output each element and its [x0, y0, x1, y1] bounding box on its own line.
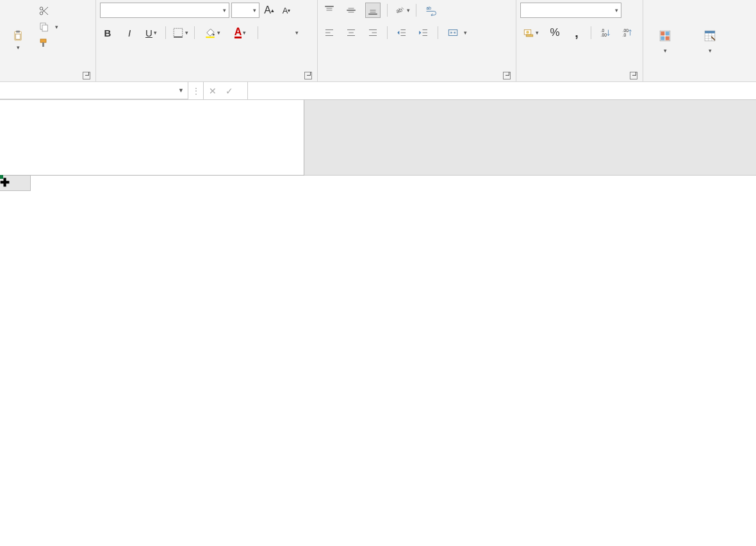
partial-sheet-edge	[0, 100, 304, 176]
document-gray-area	[0, 100, 756, 176]
orientation-icon: ab	[394, 4, 406, 16]
font-size-select[interactable]: ▾	[231, 3, 259, 18]
dialog-launcher-icon[interactable]	[304, 72, 312, 79]
table-format-icon	[701, 27, 719, 45]
align-right-button[interactable]	[365, 25, 381, 40]
format-painter-button[interactable]	[36, 36, 61, 50]
align-top-button[interactable]	[322, 3, 337, 18]
group-label-clipboard	[4, 78, 92, 81]
ribbon: ▾ ▾	[0, 0, 756, 82]
group-label-alignment	[322, 78, 512, 81]
comma-button[interactable]: ,	[569, 25, 584, 40]
align-center-button[interactable]	[343, 25, 359, 40]
svg-rect-42	[526, 35, 533, 37]
group-styles: ▾ ▾	[643, 0, 756, 81]
orientation-button[interactable]: ab▾	[394, 3, 409, 18]
chevron-down-icon[interactable]: ▾	[295, 29, 299, 36]
borders-button[interactable]: ▾	[172, 25, 188, 40]
group-alignment: ab▾ ab ▾	[318, 0, 516, 81]
bucket-icon	[204, 27, 216, 38]
increase-indent-button[interactable]	[416, 25, 431, 40]
wrap-text-button[interactable]: ab	[423, 3, 441, 17]
chevron-down-icon: ▾	[55, 24, 58, 30]
formula-input[interactable]	[248, 82, 756, 99]
conditional-format-icon	[656, 27, 674, 45]
dialog-launcher-icon[interactable]	[630, 72, 637, 79]
align-bottom-icon	[367, 4, 379, 16]
formula-bar: ▼ ⋮ ✕ ✓	[0, 82, 756, 100]
svg-text:.0: .0	[623, 33, 627, 37]
font-name-select[interactable]: ▾	[100, 3, 229, 18]
chevron-down-icon[interactable]: ▼	[178, 87, 184, 94]
cancel-icon[interactable]: ✕	[209, 86, 217, 96]
wrap-text-icon: ab	[425, 4, 437, 16]
bold-button[interactable]: B	[100, 25, 115, 40]
align-middle-button[interactable]	[343, 3, 359, 18]
group-number: ▾ ▾ % , .0.00 .00.0	[516, 0, 643, 81]
dialog-launcher-icon[interactable]	[503, 72, 511, 79]
increase-font-button[interactable]: A▴	[261, 3, 277, 18]
increase-decimal-button[interactable]: .0.00	[598, 25, 613, 40]
svg-text:.00: .00	[601, 33, 607, 37]
phonetic-button[interactable]	[265, 25, 288, 40]
dialog-launcher-icon[interactable]	[83, 72, 90, 79]
conditional-format-button[interactable]: ▾	[647, 3, 683, 78]
svg-rect-9	[174, 28, 183, 37]
svg-rect-39	[448, 30, 457, 36]
name-box[interactable]: ▼	[0, 82, 188, 99]
scissors-icon	[38, 5, 50, 17]
svg-point-41	[526, 31, 529, 34]
svg-rect-1	[16, 30, 20, 32]
merge-center-button[interactable]: ▾	[445, 26, 470, 40]
cut-button[interactable]	[36, 4, 61, 18]
formula-buttons: ✕ ✓	[204, 82, 248, 99]
group-font: ▾ ▾ A▴ A▾ B I U▾ ▾ ▾	[96, 0, 318, 81]
currency-button[interactable]: ▾	[520, 25, 541, 40]
svg-rect-48	[661, 31, 664, 35]
group-clipboard: ▾ ▾	[0, 0, 96, 81]
merge-icon	[447, 27, 459, 38]
number-format-select[interactable]: ▾	[520, 3, 621, 18]
currency-icon	[523, 27, 534, 38]
svg-rect-53	[705, 31, 715, 33]
cell-style-button[interactable]	[737, 3, 752, 78]
drag-handle-icon[interactable]: ⋮	[188, 82, 204, 99]
table-format-button[interactable]: ▾	[692, 3, 728, 78]
align-left-button[interactable]	[322, 25, 337, 40]
svg-rect-8	[42, 42, 44, 47]
paintbrush-icon	[38, 37, 50, 49]
align-left-icon	[324, 27, 335, 38]
font-color-button[interactable]: A ▾	[229, 25, 251, 40]
align-bottom-button[interactable]	[365, 3, 381, 18]
increase-decimal-icon: .0.00	[600, 27, 611, 38]
outdent-icon	[396, 27, 407, 38]
align-center-icon	[345, 27, 357, 38]
align-top-icon	[324, 4, 335, 16]
sheet-grid[interactable]: ✚	[0, 176, 756, 546]
percent-button[interactable]: %	[547, 25, 563, 40]
italic-button[interactable]: I	[122, 25, 137, 40]
decrease-indent-button[interactable]	[394, 25, 409, 40]
clipboard-icon	[12, 30, 24, 42]
group-label-number	[520, 78, 639, 81]
group-label-font	[100, 78, 313, 81]
paste-button[interactable]: ▾	[4, 3, 32, 78]
accept-icon[interactable]: ✓	[226, 86, 233, 96]
fill-color-button[interactable]: ▾	[201, 25, 223, 40]
underline-button[interactable]: U▾	[144, 25, 159, 40]
decrease-decimal-button[interactable]: .00.0	[620, 25, 635, 40]
copy-icon	[38, 21, 50, 33]
decrease-decimal-icon: .00.0	[621, 27, 633, 38]
svg-rect-7	[40, 39, 46, 42]
indent-icon	[418, 27, 429, 38]
svg-text:ab: ab	[427, 6, 432, 10]
svg-rect-49	[666, 31, 670, 35]
svg-rect-2	[15, 34, 21, 39]
group-label-styles	[647, 78, 752, 81]
select-all-corner[interactable]	[0, 176, 31, 191]
svg-text:.0: .0	[601, 28, 605, 33]
svg-rect-6	[42, 25, 47, 31]
svg-rect-50	[661, 36, 664, 40]
copy-button[interactable]: ▾	[36, 20, 61, 34]
decrease-font-button[interactable]: A▾	[279, 3, 294, 18]
